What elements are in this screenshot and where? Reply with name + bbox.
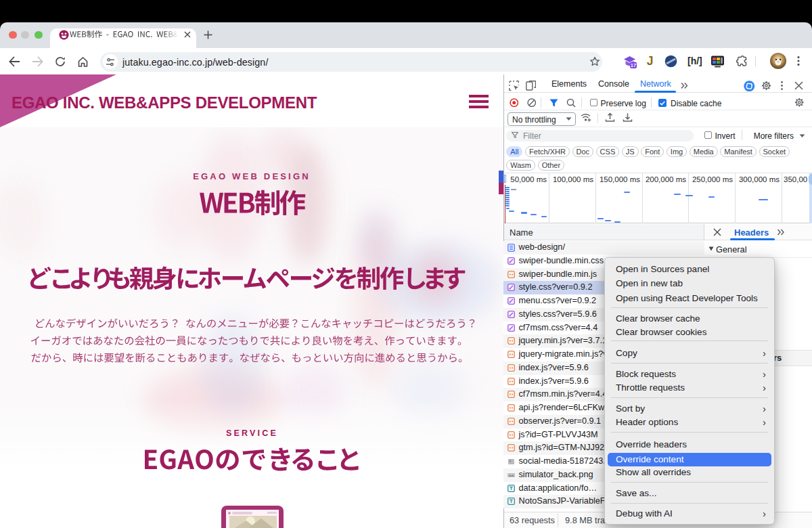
svg-text:17: 17 xyxy=(631,62,636,68)
